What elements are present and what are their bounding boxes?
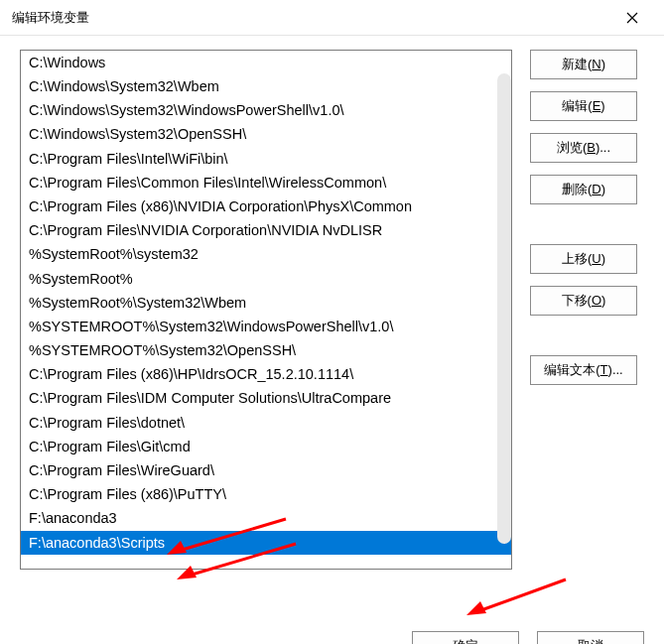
move-down-button[interactable]: 下移(O): [530, 286, 637, 316]
dialog-footer: 确定 取消: [412, 631, 644, 644]
delete-button[interactable]: 删除(D): [530, 175, 637, 204]
move-up-button[interactable]: 上移(U): [530, 244, 637, 274]
list-item[interactable]: %SYSTEMROOT%\System32\WindowsPowerShell\…: [21, 315, 511, 338]
cancel-button[interactable]: 取消: [537, 631, 644, 644]
list-item[interactable]: C:\Program Files\IDM Computer Solutions\…: [21, 387, 511, 411]
list-item[interactable]: %SystemRoot%\System32\Wbem: [21, 291, 511, 315]
edit-button[interactable]: 编辑(E): [530, 91, 637, 121]
list-item[interactable]: C:\Windows: [21, 51, 511, 74]
browse-button[interactable]: 浏览(B)...: [530, 133, 637, 163]
scrollbar-thumb[interactable]: [497, 73, 511, 544]
new-button[interactable]: 新建(N): [530, 50, 637, 79]
ok-button[interactable]: 确定: [412, 631, 519, 644]
svg-line-4: [478, 580, 566, 611]
list-item[interactable]: C:\Program Files\Git\cmd: [21, 435, 511, 458]
list-item[interactable]: C:\Program Files (x86)\HP\IdrsOCR_15.2.1…: [21, 362, 511, 386]
list-item[interactable]: F:\anaconda3\Scripts: [21, 531, 511, 555]
close-button[interactable]: [612, 0, 652, 36]
edit-text-button[interactable]: 编辑文本(T)...: [530, 355, 637, 385]
button-column: 新建(N) 编辑(E) 浏览(B)... 删除(D) 上移(U) 下移(O) 编…: [530, 50, 637, 576]
dialog-content: C:\WindowsC:\Windows\System32\WbemC:\Win…: [0, 36, 664, 644]
list-item[interactable]: C:\Program Files (x86)\PuTTY\: [21, 482, 511, 506]
list-item[interactable]: %SYSTEMROOT%\System32\OpenSSH\: [21, 338, 511, 362]
dialog-title: 编辑环境变量: [12, 9, 89, 27]
annotation-arrow: [466, 578, 576, 620]
list-item[interactable]: F:\anaconda3: [21, 507, 511, 531]
titlebar: 编辑环境变量: [0, 0, 664, 36]
list-item[interactable]: %SystemRoot%: [21, 267, 511, 291]
list-item[interactable]: C:\Windows\System32\Wbem: [21, 74, 511, 98]
list-item[interactable]: C:\Program Files\NVIDIA Corporation\NVID…: [21, 218, 511, 242]
list-item[interactable]: C:\Windows\System32\WindowsPowerShell\v1…: [21, 98, 511, 122]
list-item[interactable]: C:\Program Files\dotnet\: [21, 411, 511, 435]
list-item[interactable]: C:\Program Files\WireGuard\: [21, 458, 511, 482]
svg-marker-5: [466, 601, 486, 615]
list-item[interactable]: C:\Program Files (x86)\NVIDIA Corporatio…: [21, 194, 511, 218]
list-item[interactable]: C:\Program Files\Common Files\Intel\Wire…: [21, 171, 511, 194]
list-item[interactable]: C:\Windows\System32\OpenSSH\: [21, 123, 511, 147]
path-listbox[interactable]: C:\WindowsC:\Windows\System32\WbemC:\Win…: [20, 50, 512, 570]
list-item[interactable]: C:\Program Files\Intel\WiFi\bin\: [21, 147, 511, 171]
list-item[interactable]: %SystemRoot%\system32: [21, 243, 511, 267]
